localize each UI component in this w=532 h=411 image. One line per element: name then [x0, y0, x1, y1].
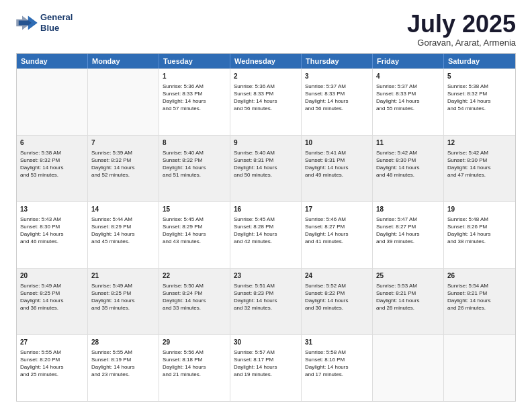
day-number: 20: [20, 271, 84, 281]
calendar-cell: 13Sunrise: 5:43 AM Sunset: 8:30 PM Dayli…: [17, 202, 88, 268]
calendar-cell: 22Sunrise: 5:50 AM Sunset: 8:24 PM Dayli…: [159, 269, 230, 334]
day-number: 6: [20, 138, 84, 148]
calendar-cell: 1Sunrise: 5:36 AM Sunset: 8:33 PM Daylig…: [159, 69, 230, 135]
title-block: July 2025 Goravan, Ararat, Armenia: [407, 12, 516, 48]
day-number: 10: [305, 138, 369, 148]
day-number: 21: [91, 271, 155, 281]
cell-info: Sunrise: 5:37 AM Sunset: 8:33 PM Dayligh…: [305, 83, 369, 113]
calendar-row-1: 1Sunrise: 5:36 AM Sunset: 8:33 PM Daylig…: [17, 68, 515, 135]
cell-info: Sunrise: 5:53 AM Sunset: 8:21 PM Dayligh…: [376, 282, 440, 312]
cell-info: Sunrise: 5:44 AM Sunset: 8:29 PM Dayligh…: [91, 216, 155, 246]
day-number: 7: [91, 138, 155, 148]
header-thursday: Thursday: [302, 54, 373, 68]
cell-info: Sunrise: 5:49 AM Sunset: 8:25 PM Dayligh…: [91, 282, 155, 312]
day-number: 8: [163, 138, 226, 148]
calendar-cell: 16Sunrise: 5:45 AM Sunset: 8:28 PM Dayli…: [230, 202, 302, 268]
day-number: 26: [447, 271, 512, 281]
cell-info: Sunrise: 5:36 AM Sunset: 8:33 PM Dayligh…: [234, 83, 298, 113]
cell-info: Sunrise: 5:52 AM Sunset: 8:22 PM Dayligh…: [305, 282, 369, 312]
day-number: 30: [234, 338, 298, 347]
page: General Blue July 2025 Goravan, Ararat, …: [0, 0, 532, 411]
logo-line2: Blue: [40, 23, 73, 34]
logo: General Blue: [16, 12, 73, 33]
calendar-cell: 19Sunrise: 5:48 AM Sunset: 8:26 PM Dayli…: [444, 202, 515, 268]
header-sunday: Sunday: [17, 54, 88, 68]
calendar-cell: 21Sunrise: 5:49 AM Sunset: 8:25 PM Dayli…: [88, 269, 159, 334]
cell-info: Sunrise: 5:56 AM Sunset: 8:18 PM Dayligh…: [163, 349, 226, 379]
calendar-cell: [444, 335, 515, 401]
day-number: 3: [305, 72, 369, 81]
calendar-cell: 3Sunrise: 5:37 AM Sunset: 8:33 PM Daylig…: [302, 69, 373, 135]
day-number: 2: [234, 72, 298, 81]
calendar-cell: 14Sunrise: 5:44 AM Sunset: 8:29 PM Dayli…: [88, 202, 159, 268]
calendar-row-2: 6Sunrise: 5:38 AM Sunset: 8:32 PM Daylig…: [17, 135, 515, 201]
calendar-cell: 6Sunrise: 5:38 AM Sunset: 8:32 PM Daylig…: [17, 136, 88, 201]
day-number: 18: [376, 205, 440, 214]
cell-info: Sunrise: 5:45 AM Sunset: 8:28 PM Dayligh…: [234, 216, 298, 246]
calendar-cell: 26Sunrise: 5:54 AM Sunset: 8:21 PM Dayli…: [444, 269, 515, 334]
header: General Blue July 2025 Goravan, Ararat, …: [16, 12, 516, 48]
cell-info: Sunrise: 5:38 AM Sunset: 8:32 PM Dayligh…: [447, 83, 512, 113]
cell-info: Sunrise: 5:46 AM Sunset: 8:27 PM Dayligh…: [305, 216, 369, 246]
day-number: 24: [305, 271, 369, 281]
day-number: 14: [91, 205, 155, 214]
day-number: 1: [163, 72, 226, 81]
day-number: 25: [376, 271, 440, 281]
cell-info: Sunrise: 5:38 AM Sunset: 8:32 PM Dayligh…: [20, 149, 84, 179]
cell-info: Sunrise: 5:54 AM Sunset: 8:21 PM Dayligh…: [447, 282, 512, 312]
title-location: Goravan, Ararat, Armenia: [407, 38, 516, 48]
header-friday: Friday: [373, 54, 444, 68]
day-number: 16: [234, 205, 298, 214]
cell-info: Sunrise: 5:55 AM Sunset: 8:20 PM Dayligh…: [20, 349, 84, 379]
day-number: 19: [447, 205, 512, 214]
title-month: July 2025: [407, 12, 516, 36]
cell-info: Sunrise: 5:48 AM Sunset: 8:26 PM Dayligh…: [447, 216, 512, 246]
logo-icon: [16, 13, 38, 32]
cell-info: Sunrise: 5:49 AM Sunset: 8:25 PM Dayligh…: [20, 282, 84, 312]
calendar-cell: 27Sunrise: 5:55 AM Sunset: 8:20 PM Dayli…: [17, 335, 88, 401]
logo-line1: General: [40, 12, 73, 23]
calendar: Sunday Monday Tuesday Wednesday Thursday…: [16, 53, 516, 402]
cell-info: Sunrise: 5:43 AM Sunset: 8:30 PM Dayligh…: [20, 216, 84, 246]
calendar-cell: 25Sunrise: 5:53 AM Sunset: 8:21 PM Dayli…: [373, 269, 444, 334]
cell-info: Sunrise: 5:51 AM Sunset: 8:23 PM Dayligh…: [234, 282, 298, 312]
day-number: 31: [305, 338, 369, 347]
calendar-cell: 31Sunrise: 5:58 AM Sunset: 8:16 PM Dayli…: [302, 335, 373, 401]
calendar-row-3: 13Sunrise: 5:43 AM Sunset: 8:30 PM Dayli…: [17, 201, 515, 268]
cell-info: Sunrise: 5:55 AM Sunset: 8:19 PM Dayligh…: [91, 349, 155, 379]
header-monday: Monday: [88, 54, 159, 68]
day-number: 11: [376, 138, 440, 148]
calendar-header: Sunday Monday Tuesday Wednesday Thursday…: [17, 54, 515, 68]
logo-text: General Blue: [40, 12, 73, 33]
calendar-row-4: 20Sunrise: 5:49 AM Sunset: 8:25 PM Dayli…: [17, 268, 515, 334]
header-saturday: Saturday: [444, 54, 515, 68]
calendar-cell: 30Sunrise: 5:57 AM Sunset: 8:17 PM Dayli…: [230, 335, 302, 401]
cell-info: Sunrise: 5:41 AM Sunset: 8:31 PM Dayligh…: [305, 149, 369, 179]
cell-info: Sunrise: 5:42 AM Sunset: 8:30 PM Dayligh…: [447, 149, 512, 179]
calendar-cell: 17Sunrise: 5:46 AM Sunset: 8:27 PM Dayli…: [302, 202, 373, 268]
calendar-cell: 2Sunrise: 5:36 AM Sunset: 8:33 PM Daylig…: [230, 69, 302, 135]
day-number: 28: [91, 338, 155, 347]
cell-info: Sunrise: 5:40 AM Sunset: 8:32 PM Dayligh…: [163, 149, 226, 179]
day-number: 9: [234, 138, 298, 148]
calendar-cell: 8Sunrise: 5:40 AM Sunset: 8:32 PM Daylig…: [159, 136, 230, 201]
calendar-cell: 23Sunrise: 5:51 AM Sunset: 8:23 PM Dayli…: [230, 269, 302, 334]
calendar-cell: 24Sunrise: 5:52 AM Sunset: 8:22 PM Dayli…: [302, 269, 373, 334]
calendar-cell: 4Sunrise: 5:37 AM Sunset: 8:33 PM Daylig…: [373, 69, 444, 135]
day-number: 13: [20, 205, 84, 214]
calendar-cell: 29Sunrise: 5:56 AM Sunset: 8:18 PM Dayli…: [159, 335, 230, 401]
cell-info: Sunrise: 5:58 AM Sunset: 8:16 PM Dayligh…: [305, 349, 369, 379]
calendar-cell: 28Sunrise: 5:55 AM Sunset: 8:19 PM Dayli…: [88, 335, 159, 401]
calendar-cell: 5Sunrise: 5:38 AM Sunset: 8:32 PM Daylig…: [444, 69, 515, 135]
cell-info: Sunrise: 5:42 AM Sunset: 8:30 PM Dayligh…: [376, 149, 440, 179]
calendar-cell: 7Sunrise: 5:39 AM Sunset: 8:32 PM Daylig…: [88, 136, 159, 201]
cell-info: Sunrise: 5:47 AM Sunset: 8:27 PM Dayligh…: [376, 216, 440, 246]
calendar-cell: 10Sunrise: 5:41 AM Sunset: 8:31 PM Dayli…: [302, 136, 373, 201]
header-wednesday: Wednesday: [230, 54, 302, 68]
cell-info: Sunrise: 5:40 AM Sunset: 8:31 PM Dayligh…: [234, 149, 298, 179]
cell-info: Sunrise: 5:57 AM Sunset: 8:17 PM Dayligh…: [234, 349, 298, 379]
header-tuesday: Tuesday: [159, 54, 230, 68]
day-number: 15: [163, 205, 226, 214]
calendar-cell: 20Sunrise: 5:49 AM Sunset: 8:25 PM Dayli…: [17, 269, 88, 334]
cell-info: Sunrise: 5:39 AM Sunset: 8:32 PM Dayligh…: [91, 149, 155, 179]
